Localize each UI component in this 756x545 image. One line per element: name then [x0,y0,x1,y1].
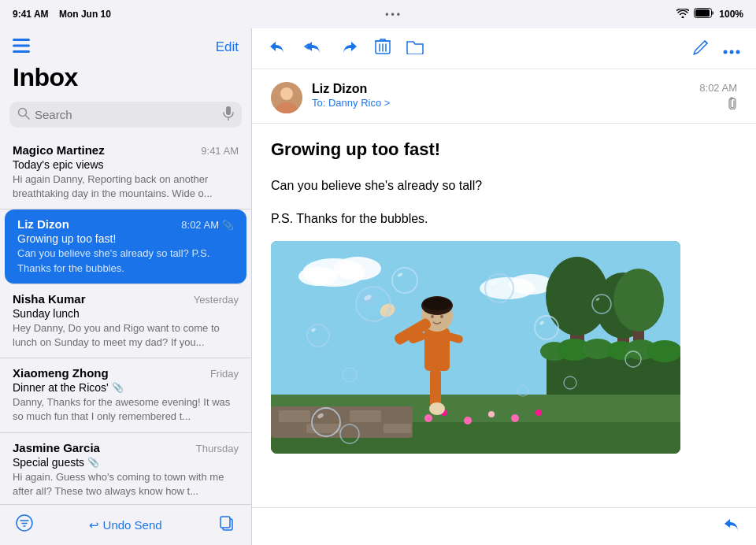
battery-text: 100% [719,9,743,20]
email-header: Liz Dizon To: Danny Rico > 8:02 AM [252,69,756,124]
mail-time: Yesterday [194,294,239,306]
svg-point-67 [440,315,443,318]
app-container: Edit Inbox [0,28,756,545]
status-time: 9:41 AM Mon Jun 10 [13,9,111,20]
svg-rect-48 [279,410,310,422]
search-input[interactable] [35,108,218,121]
reply-all-button[interactable] [302,39,324,58]
center-dots: ••• [385,9,402,20]
search-icon [17,107,30,122]
undo-send-button[interactable]: ↩ Undo Send [89,518,161,532]
time-display: 9:41 AM [13,9,49,20]
svg-point-56 [424,414,432,422]
attachment-icon: 📎 [87,457,99,468]
email-to[interactable]: To: Danny Rico > [312,97,690,109]
mail-sender: Liz Dizon [17,217,69,231]
mail-item[interactable]: Magico Martinez 9:41 AM Today's epic vie… [0,135,251,209]
attachment-icon: 📎 [222,220,234,231]
svg-rect-51 [385,410,409,422]
status-right: 100% [676,8,743,20]
forward-button[interactable] [340,39,359,58]
mail-preview: Hi again. Guess who's coming to town wit… [13,470,239,499]
trash-button[interactable] [375,38,391,59]
svg-point-61 [536,410,542,416]
svg-point-76 [356,287,391,321]
mail-sender: Xiaomeng Zhong [13,366,109,380]
email-from: Liz Dizon [312,82,690,96]
inbox-title-row: Inbox [0,63,251,97]
mail-sender: Magico Martinez [13,143,105,157]
mail-item[interactable]: Liz Dizon 8:02 AM 📎 Growing up too fast!… [5,209,246,284]
search-bar[interactable] [9,102,242,128]
email-subject: Growing up too fast! [271,139,737,160]
email-bottom-bar [252,507,756,545]
mail-subject: Growing up too fast! [17,232,234,245]
svg-point-65 [423,298,451,310]
mail-list: Magico Martinez 9:41 AM Today's epic vie… [0,135,251,504]
svg-rect-50 [350,410,381,422]
svg-rect-52 [275,424,302,433]
filter-button[interactable] [16,514,33,536]
status-bar: 9:41 AM Mon Jun 10 ••• 100% [0,0,756,28]
mail-subject: Dinner at the Ricos' 📎 [13,381,239,394]
attachment-icon: 📎 [112,382,124,393]
mail-subject: Sunday lunch [13,307,239,320]
toolbar-left [268,38,424,59]
body-paragraph-1: Can you believe she's already so tall? [271,176,737,196]
svg-point-44 [647,340,680,362]
reply-button[interactable] [268,39,287,58]
copy-button[interactable] [218,514,235,536]
svg-rect-14 [220,517,230,528]
email-body: Can you believe she's already so tall? P… [271,176,737,228]
mail-time: 8:02 AM [181,219,219,231]
mail-item[interactable]: Nisha Kumar Yesterday Sunday lunch Hey D… [0,284,251,358]
sidebar-toolbar: Edit [0,28,251,63]
mail-sender: Nisha Kumar [13,292,86,306]
svg-point-20 [724,50,728,54]
folder-button[interactable] [406,39,424,58]
mail-time: Thursday [196,443,239,454]
mail-time: 9:41 AM [201,145,239,157]
compose-button[interactable] [693,38,710,59]
svg-rect-55 [384,424,411,433]
svg-point-72 [429,402,445,415]
email-meta: Liz Dizon To: Danny Rico > [312,82,690,109]
mail-preview: Hey Danny, Do you and Rigo want to come … [13,321,239,350]
mail-item[interactable]: Xiaomeng Zhong Friday Dinner at the Rico… [0,358,251,432]
svg-point-28 [334,257,381,280]
svg-point-24 [280,87,293,100]
email-reply-button[interactable] [723,517,740,536]
svg-point-29 [298,267,338,286]
toolbar-right [693,38,740,59]
email-toolbar [252,28,756,69]
header-attachment-icon [728,97,737,112]
edit-button[interactable]: Edit [216,39,239,55]
mail-preview: Hi again Danny, Reporting back on anothe… [13,172,239,201]
mic-icon[interactable] [223,106,234,123]
email-attachment-image [271,241,680,454]
mail-preview: Danny, Thanks for the awesome evening! I… [13,395,239,424]
svg-rect-1 [695,9,710,17]
svg-point-37 [613,269,664,332]
email-timestamp: 8:02 AM [699,82,737,94]
battery-icon [694,8,714,20]
wifi-icon [676,9,689,20]
svg-point-22 [736,50,740,54]
mail-item[interactable]: Jasmine Garcia Thursday Special guests 📎… [0,433,251,505]
sidebar-bottom-bar: ↩ Undo Send [0,504,251,545]
more-button[interactable] [723,39,740,59]
svg-point-58 [464,417,472,425]
svg-point-21 [730,50,734,54]
mail-sender: Jasmine Garcia [13,441,100,454]
svg-rect-70 [430,369,441,408]
svg-rect-62 [424,328,450,371]
sidebar-toggle-button[interactable] [13,37,30,57]
body-paragraph-2: P.S. Thanks for the bubbles. [271,209,737,229]
mail-preview: Can you believe she's already so tall? P… [17,247,234,275]
svg-rect-7 [226,106,231,115]
svg-rect-4 [13,50,30,53]
email-view: Liz Dizon To: Danny Rico > 8:02 AM Growi… [252,28,756,545]
svg-point-60 [511,414,519,422]
svg-point-59 [488,411,495,417]
mail-subject: Today's epic views [13,158,239,171]
